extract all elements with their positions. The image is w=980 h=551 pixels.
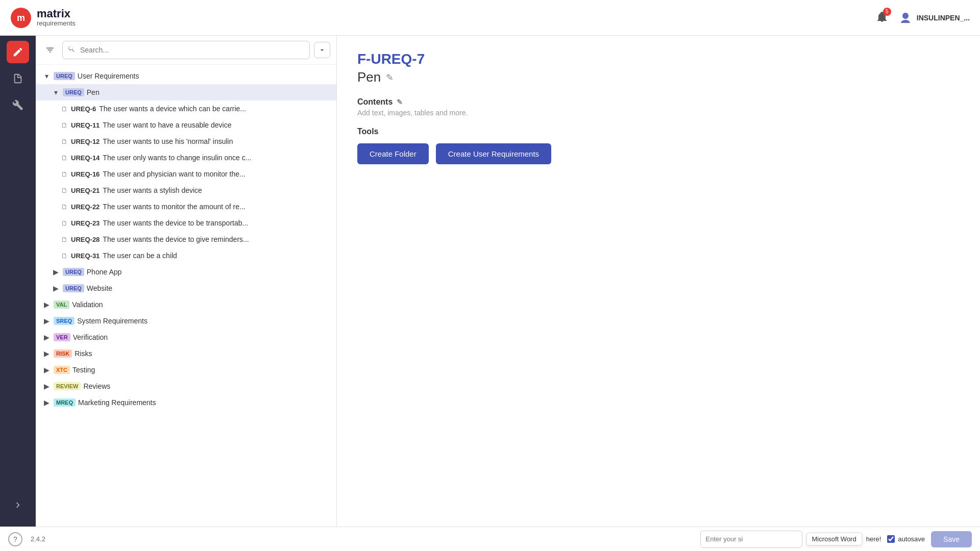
nav-item-docs[interactable] <box>7 67 29 90</box>
tree-panel: ▾ UREQ User Requirements ▾ UREQ Pen 🗋 UR… <box>36 36 337 527</box>
tree-toolbar <box>36 36 336 65</box>
tree-item-ureq-pen[interactable]: ▾ UREQ Pen <box>36 84 336 101</box>
tree-label: The user wants a stylish device <box>103 186 336 194</box>
filter-button[interactable] <box>42 42 58 58</box>
chevron-right-icon: ▶ <box>42 300 51 309</box>
item-code: UREQ-21 <box>71 187 100 194</box>
autosave-label: autosave <box>898 535 925 543</box>
tree-item-ureq-23[interactable]: 🗋 UREQ-23 The user wants the device to b… <box>36 215 336 231</box>
chevron-down-icon: ▾ <box>42 71 51 81</box>
tree-item-sreq[interactable]: ▶ SREQ System Requirements <box>36 313 336 329</box>
nav-bottom <box>7 494 29 521</box>
tree-item-risk[interactable]: ▶ RISK Risks <box>36 345 336 362</box>
tree-item-ureq-website[interactable]: ▶ UREQ Website <box>36 280 336 296</box>
doc-icon: 🗋 <box>61 187 68 194</box>
tools-icon <box>12 99 23 111</box>
item-title: Pen <box>357 69 381 85</box>
docs-icon <box>12 73 23 84</box>
bottom-text-input[interactable] <box>700 531 802 548</box>
doc-icon: 🗋 <box>61 121 68 129</box>
notification-button[interactable]: 5 <box>876 11 888 25</box>
tree-content: ▾ UREQ User Requirements ▾ UREQ Pen 🗋 UR… <box>36 65 336 527</box>
tree-item-ureq-28[interactable]: 🗋 UREQ-28 The user wants the device to g… <box>36 231 336 247</box>
contents-hint: Add text, images, tables and more. <box>357 109 960 117</box>
nav-item-expand[interactable] <box>7 494 29 516</box>
tree-item-ureq-14[interactable]: 🗋 UREQ-14 The user only wants to change … <box>36 149 336 166</box>
tree-item-ureq-12[interactable]: 🗋 UREQ-12 The user wants to use his 'nor… <box>36 133 336 149</box>
tree-item-ureq-16[interactable]: 🗋 UREQ-16 The user and physician want to… <box>36 166 336 182</box>
tag-review: REVIEW <box>54 382 81 390</box>
search-wrap <box>62 41 310 59</box>
edit-icon <box>12 46 23 58</box>
doc-icon: 🗋 <box>61 203 68 211</box>
item-code: UREQ-6 <box>71 105 96 113</box>
tree-label: Risks <box>75 349 336 358</box>
doc-icon: 🗋 <box>61 219 68 227</box>
nav-item-home[interactable] <box>7 41 29 63</box>
item-id: F-UREQ-7 <box>357 51 960 67</box>
tree-item-xtc[interactable]: ▶ XTC Testing <box>36 362 336 378</box>
tree-item-review[interactable]: ▶ REVIEW Reviews <box>36 378 336 394</box>
chevron-right-icon: ▶ <box>51 267 60 277</box>
tree-label: The user wants the device to give remind… <box>103 235 336 243</box>
tree-item-mreq[interactable]: ▶ MREQ Marketing Requirements <box>36 394 336 411</box>
tree-item-ureq-6[interactable]: 🗋 UREQ-6 The user wants a device which c… <box>36 101 336 117</box>
tree-item-ureq-root[interactable]: ▾ UREQ User Requirements <box>36 68 336 84</box>
chevron-right-icon: ▶ <box>51 284 60 293</box>
tree-label: The user wants to monitor the amount of … <box>103 203 336 211</box>
tree-item-ver[interactable]: ▶ VER Verification <box>36 329 336 345</box>
chevron-right-icon: ▶ <box>42 382 51 391</box>
edit-contents-icon[interactable]: ✎ <box>397 98 403 106</box>
logo-area: m matrix requirements <box>10 7 76 29</box>
tree-item-val[interactable]: ▶ VAL Validation <box>36 296 336 313</box>
edit-title-icon[interactable]: ✎ <box>386 72 394 83</box>
sidebar-nav <box>0 36 36 527</box>
tools-row: Create Folder Create User Requirements <box>357 143 960 164</box>
user-name: INSULINPEN_... <box>917 14 970 22</box>
create-folder-button[interactable]: Create Folder <box>357 143 429 164</box>
content-area: F-UREQ-7 Pen ✎ Contents ✎ Add text, imag… <box>337 36 980 527</box>
tag-mreq: MREQ <box>54 398 76 407</box>
tree-item-ureq-phone[interactable]: ▶ UREQ Phone App <box>36 264 336 280</box>
tag-val: VAL <box>54 300 69 309</box>
logo-text: matrix requirements <box>37 8 76 27</box>
doc-icon: 🗋 <box>61 170 68 178</box>
dropdown-button[interactable] <box>314 42 330 58</box>
topbar-right: 5 INSULINPEN_... <box>876 11 970 25</box>
chevron-right-icon: ▶ <box>42 333 51 342</box>
help-button[interactable]: ? <box>8 532 22 546</box>
tree-label: Testing <box>72 366 336 374</box>
main-layout: ▾ UREQ User Requirements ▾ UREQ Pen 🗋 UR… <box>0 36 980 527</box>
doc-icon: 🗋 <box>61 252 68 260</box>
tree-label: Marketing Requirements <box>78 398 336 407</box>
nav-item-tools[interactable] <box>7 94 29 116</box>
logo-sub: requirements <box>37 20 76 27</box>
user-avatar-icon <box>898 11 913 25</box>
tree-label: The user wants the device to be transpor… <box>103 219 336 227</box>
chevron-right-icon: ▶ <box>42 365 51 374</box>
search-input[interactable] <box>62 41 310 59</box>
tag-sreq: SREQ <box>54 317 75 325</box>
tree-item-ureq-31[interactable]: 🗋 UREQ-31 The user can be a child <box>36 247 336 264</box>
tag-xtc: XTC <box>54 366 70 374</box>
tree-label: Phone App <box>87 268 336 276</box>
user-area[interactable]: INSULINPEN_... <box>898 11 970 25</box>
tag-ver: VER <box>54 333 70 341</box>
input-suffix: here! <box>866 535 881 543</box>
tree-item-ureq-11[interactable]: 🗋 UREQ-11 The user want to have a reusab… <box>36 117 336 133</box>
tree-item-ureq-22[interactable]: 🗋 UREQ-22 The user wants to monitor the … <box>36 198 336 215</box>
autosave-row: autosave <box>887 535 925 543</box>
create-user-requirements-button[interactable]: Create User Requirements <box>436 143 551 164</box>
autosave-checkbox[interactable] <box>887 535 895 543</box>
tag-risk: RISK <box>54 349 72 358</box>
tree-label: Verification <box>73 333 336 341</box>
topbar: m matrix requirements 5 INSULINPEN_... <box>0 0 980 36</box>
item-code: UREQ-12 <box>71 138 100 145</box>
doc-icon: 🗋 <box>61 154 68 162</box>
save-button[interactable]: Save <box>931 531 972 547</box>
item-code: UREQ-11 <box>71 121 100 129</box>
doc-icon: 🗋 <box>61 138 68 145</box>
tree-item-ureq-21[interactable]: 🗋 UREQ-21 The user wants a stylish devic… <box>36 182 336 198</box>
chevron-down-icon: ▾ <box>51 88 60 97</box>
item-code: UREQ-31 <box>71 252 100 260</box>
